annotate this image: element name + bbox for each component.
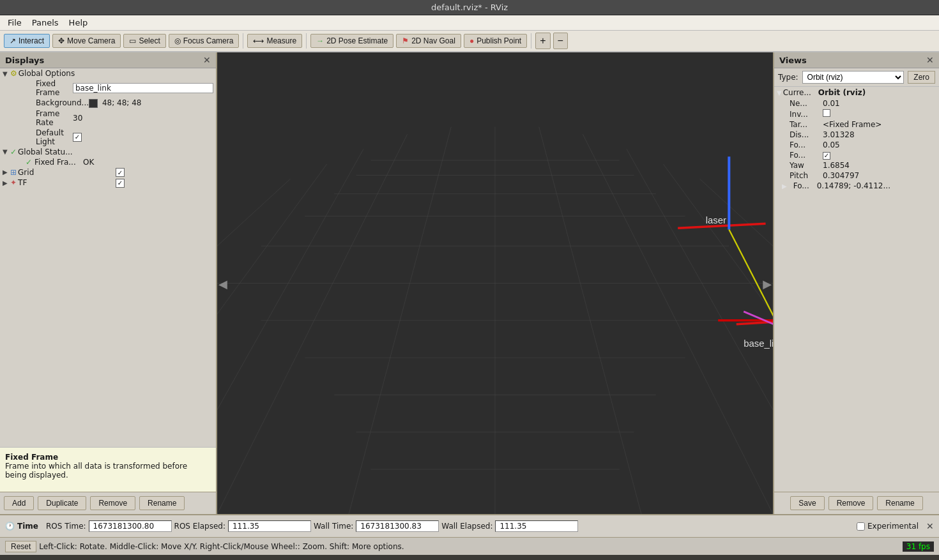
global-options-icon: ⚙ — [10, 69, 17, 78]
grid-arrow: ▶ — [3, 169, 10, 176]
time-close-button[interactable]: ✕ — [926, 521, 934, 531]
experimental-label: Experimental — [867, 522, 919, 531]
grid-label: Grid — [18, 168, 116, 177]
views-buttons: Save Remove Rename — [774, 492, 939, 514]
views-type-row: Type: Orbit (rviz) FPS (rviz) Top-Down O… — [774, 68, 939, 87]
experimental-row: Experimental — [857, 522, 919, 531]
view-prop-yaw: Yaw 1.6854 — [774, 160, 939, 170]
views-zero-button[interactable]: Zero — [908, 71, 935, 84]
select-icon: ▭ — [129, 36, 136, 45]
tf-checkbox: ✓ — [116, 178, 213, 188]
displays-close-button[interactable]: ✕ — [203, 55, 211, 65]
viewport-arrow-left[interactable]: ◀ — [218, 276, 227, 290]
interact-button[interactable]: ↗ Interact — [4, 34, 50, 48]
global-status-row[interactable]: ▼ ✓ Global Statu... — [0, 147, 216, 157]
toolbar: ↗ Interact ✥ Move Camera ▭ Select ◎ Focu… — [0, 31, 939, 52]
measure-button[interactable]: ⟷ Measure — [247, 34, 302, 48]
focal1-value: 0.05 — [823, 140, 840, 149]
duplicate-button[interactable]: Duplicate — [38, 496, 86, 510]
distance-label: Dis... — [784, 130, 823, 139]
views-close-button[interactable]: ✕ — [926, 55, 934, 65]
view-prop-invert: Inv... — [774, 109, 939, 119]
wall-elapsed-value: 111.35 — [495, 520, 578, 532]
viewport-arrow-right[interactable]: ▶ — [763, 276, 772, 290]
move-camera-button[interactable]: ✥ Move Camera — [52, 34, 121, 48]
zoom-out-button[interactable]: − — [553, 33, 568, 49]
global-options-label: Global Options — [19, 69, 213, 78]
main-area: Displays ✕ ▼ ⚙ Global Options Fixed Fram… — [0, 52, 939, 514]
current-arrow: ▼ — [777, 89, 782, 96]
global-options-arrow: ▼ — [3, 70, 10, 77]
invert-value — [823, 109, 830, 119]
global-status-label: Global Statu... — [18, 148, 213, 156]
toolbar-sep-1 — [243, 33, 243, 49]
rename-display-button[interactable]: Rename — [139, 496, 185, 510]
focal2-value: ✓ — [823, 151, 830, 160]
laser-label: laser — [706, 215, 726, 225]
fps-display: 31 fps — [903, 541, 934, 552]
zoom-in-button[interactable]: + — [535, 33, 550, 49]
frame-rate-label: Frame Rate — [3, 109, 73, 127]
focal1-label: Fo... — [784, 140, 823, 149]
pose-estimate-button[interactable]: → 2D Pose Estimate — [310, 34, 393, 48]
grid-row[interactable]: ▶ ⊞ Grid ✓ — [0, 167, 216, 178]
focus-camera-button[interactable]: ◎ Focus Camera — [169, 34, 240, 48]
frame-rate-row[interactable]: Frame Rate 30 — [0, 109, 216, 128]
focal3-value: 0.14789; -0.4112... — [817, 181, 890, 190]
add-button[interactable]: Add — [4, 496, 34, 510]
background-label: Background... — [3, 98, 89, 107]
default-light-label: Default Light — [3, 128, 73, 146]
views-type-label: Type: — [778, 73, 798, 82]
distance-value: 3.01328 — [823, 130, 855, 139]
current-view-row[interactable]: ▼ Curre... Orbit (rviz) — [774, 87, 939, 98]
ros-time-value: 1673181300.80 — [89, 520, 172, 532]
statusbar: Reset Left-Click: Rotate. Middle-Click: … — [0, 537, 939, 555]
background-color-swatch — [89, 99, 98, 108]
default-light-checkbox[interactable]: ✓ — [73, 133, 82, 142]
yaw-label: Yaw — [784, 161, 823, 170]
pitch-label: Pitch — [784, 171, 823, 180]
status-tooltip: Fixed Frame Frame into which all data is… — [0, 447, 216, 492]
focal3-arrow: ▶ — [782, 183, 787, 190]
experimental-checkbox[interactable] — [857, 522, 865, 531]
remove-display-button[interactable]: Remove — [90, 496, 135, 510]
background-value: 48; 48; 48 — [89, 98, 213, 108]
wall-time-value: 1673181300.83 — [356, 520, 439, 532]
displays-header: Displays ✕ — [0, 52, 216, 68]
window-title: default.rviz* - RViz — [431, 3, 508, 12]
current-value: Orbit (rviz) — [818, 88, 866, 97]
menu-file[interactable]: File — [3, 17, 27, 29]
global-options-row[interactable]: ▼ ⚙ Global Options — [0, 68, 216, 79]
fixed-frame-row[interactable]: Fixed Frame base_link — [0, 79, 216, 98]
reset-button[interactable]: Reset — [5, 541, 36, 552]
background-color-row[interactable]: Background... 48; 48; 48 — [0, 98, 216, 109]
displays-buttons: Add Duplicate Remove Rename — [0, 492, 216, 514]
toolbar-sep-3 — [531, 33, 531, 49]
nav-goal-button[interactable]: ⚑ 2D Nav Goal — [396, 34, 461, 48]
views-type-select[interactable]: Orbit (rviz) FPS (rviz) Top-Down Ortho — [802, 71, 905, 84]
fixed-frame-value: base_link — [73, 83, 213, 93]
viewport[interactable]: laser base_link ◀ ▶ — [217, 52, 773, 514]
toolbar-sep-2 — [306, 33, 307, 49]
save-view-button[interactable]: Save — [790, 496, 824, 510]
fixed-frame-status-label: Fixed Fra... — [32, 158, 83, 167]
interact-icon: ↗ — [10, 36, 16, 45]
view-prop-focal3[interactable]: ▶ Fo... 0.14789; -0.4112... — [774, 181, 939, 191]
publish-point-button[interactable]: ● Publish Point — [464, 34, 527, 48]
grid-checkbox: ✓ — [116, 168, 213, 178]
tf-arrow: ▶ — [3, 179, 10, 186]
current-label: Curre... — [783, 88, 818, 97]
titlebar: default.rviz* - RViz — [0, 0, 939, 15]
near-label: Ne... — [784, 99, 823, 108]
menu-panels[interactable]: Panels — [27, 17, 64, 29]
wall-elapsed-label: Wall Elapsed: — [441, 522, 492, 531]
menu-help[interactable]: Help — [64, 17, 93, 29]
displays-content: ▼ ⚙ Global Options Fixed Frame base_link… — [0, 68, 216, 447]
tf-row[interactable]: ▶ ✦ TF ✓ — [0, 178, 216, 188]
select-button[interactable]: ▭ Select — [123, 34, 165, 48]
tf-label: TF — [18, 178, 116, 187]
default-light-row[interactable]: Default Light ✓ — [0, 128, 216, 147]
yaw-value: 1.6854 — [823, 161, 850, 170]
remove-view-button[interactable]: Remove — [828, 496, 874, 510]
rename-view-button[interactable]: Rename — [877, 496, 922, 510]
